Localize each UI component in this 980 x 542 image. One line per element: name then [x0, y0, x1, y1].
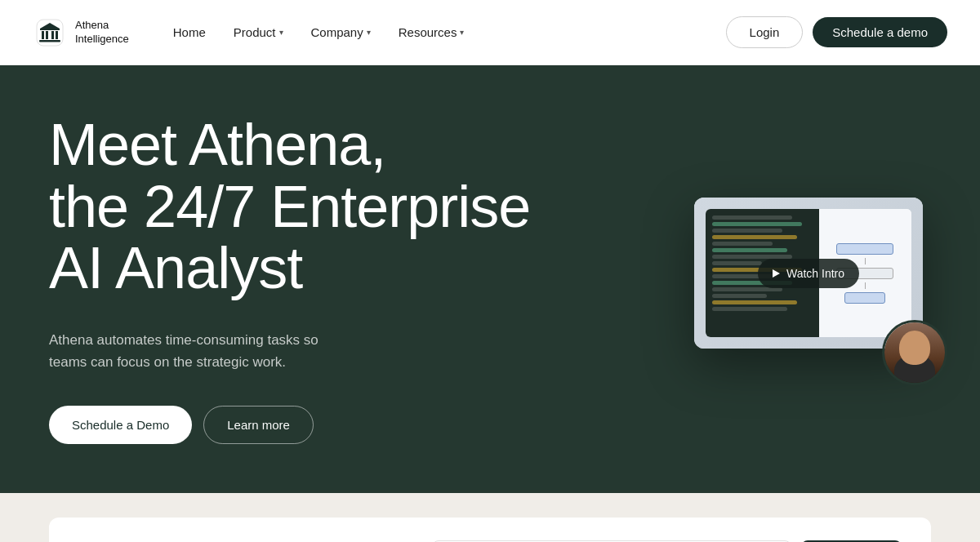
nav-company[interactable]: Company ▾ [300, 19, 382, 46]
schedule-demo-hero-button[interactable]: Schedule a Demo [49, 406, 192, 444]
company-chevron-icon: ▾ [367, 28, 371, 37]
svg-rect-5 [56, 31, 58, 39]
svg-rect-6 [39, 40, 60, 42]
svg-rect-2 [42, 31, 44, 39]
hero-description: Athena automates time-consuming tasks so… [49, 329, 359, 373]
video-card: Watch Intro [694, 198, 923, 349]
learn-more-button[interactable]: Learn more [203, 406, 314, 444]
subscribe-section: Stay connected with Athena to follow upd… [0, 493, 980, 542]
hero-visual: Watch Intro [694, 198, 931, 361]
hero-buttons: Schedule a Demo Learn more [49, 406, 539, 444]
nav-home[interactable]: Home [162, 19, 217, 46]
hero-section: Meet Athena, the 24/7 Enterprise AI Anal… [0, 65, 980, 493]
subscribe-card: Stay connected with Athena to follow upd… [49, 518, 931, 542]
diagram-arrow [865, 282, 866, 289]
diagram-arrow [865, 258, 866, 264]
nav-product[interactable]: Product ▾ [222, 19, 295, 46]
hero-title: Meet Athena, the 24/7 Enterprise AI Anal… [49, 114, 539, 300]
avatar-face [884, 322, 945, 383]
play-icon [773, 269, 780, 278]
diagram-box [844, 292, 885, 304]
nav-resources[interactable]: Resources ▾ [387, 19, 476, 46]
video-screen: Watch Intro [694, 198, 923, 349]
logo-icon [33, 16, 67, 50]
login-button[interactable]: Login [726, 16, 804, 48]
nav-actions: Login Schedule a demo [726, 16, 947, 48]
resources-chevron-icon: ▾ [460, 28, 464, 37]
watch-intro-button[interactable]: Watch Intro [758, 259, 859, 288]
avatar [882, 320, 947, 385]
hero-content: Meet Athena, the 24/7 Enterprise AI Anal… [49, 114, 539, 444]
svg-rect-4 [51, 31, 54, 39]
avatar-head-wrapper [899, 331, 930, 365]
logo[interactable]: Athena Intelligence [33, 16, 129, 50]
schedule-demo-nav-button[interactable]: Schedule a demo [813, 17, 947, 47]
product-chevron-icon: ▾ [279, 28, 283, 37]
avatar-head [899, 331, 930, 365]
nav-links: Home Product ▾ Company ▾ Resources ▾ [162, 19, 726, 46]
logo-text: Athena Intelligence [75, 19, 129, 47]
navbar: Athena Intelligence Home Product ▾ Compa… [0, 0, 980, 65]
diagram-box [836, 243, 893, 255]
svg-rect-3 [46, 31, 48, 39]
